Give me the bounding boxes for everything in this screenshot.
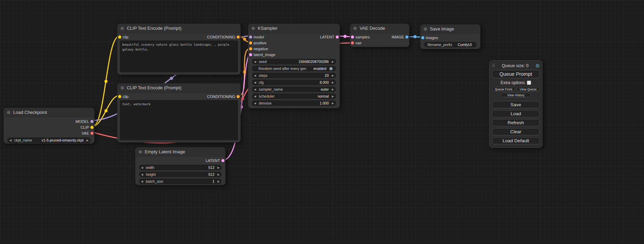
- filename-prefix-widget[interactable]: filename_prefix ComfyUI: [424, 42, 477, 47]
- node-title-bar[interactable]: VAE Decode: [350, 24, 409, 33]
- collapse-dot[interactable]: [7, 111, 10, 114]
- clip-input-port[interactable]: [118, 35, 121, 38]
- node-load-checkpoint[interactable]: Load Checkpoint MODEL CLIP VAE ◀ ckpt_na…: [3, 108, 95, 144]
- node-title-bar[interactable]: CLIP Text Encode (Prompt): [117, 24, 240, 33]
- refresh-button[interactable]: Refresh: [492, 119, 540, 126]
- widget-label: sampler_name: [259, 87, 283, 91]
- clip-output-port[interactable]: [90, 126, 94, 129]
- collapse-dot[interactable]: [139, 150, 142, 154]
- widget-increment-icon[interactable]: ▶: [216, 166, 220, 169]
- widget-decrement-icon[interactable]: ◀: [254, 88, 258, 91]
- vae-input-port[interactable]: [351, 41, 354, 44]
- latent-image-input-port[interactable]: [249, 53, 252, 56]
- images-input-port[interactable]: [421, 36, 424, 39]
- node-ksampler[interactable]: KSampler model LATENT positive negative …: [248, 24, 340, 108]
- widget-decrement-icon[interactable]: ◀: [254, 95, 258, 98]
- conditioning-output-label: CONDITIONING: [207, 35, 235, 39]
- conditioning-output-port[interactable]: [237, 35, 240, 38]
- widget-decrement-icon[interactable]: ◀: [254, 74, 258, 77]
- clip-input-port[interactable]: [118, 95, 121, 98]
- load-default-button[interactable]: Load Default: [492, 137, 540, 144]
- node-title: CLIP Text Encode (Prompt): [127, 26, 182, 31]
- collapse-dot[interactable]: [353, 27, 357, 30]
- vae-output-port[interactable]: [90, 132, 94, 135]
- toggle-indicator[interactable]: [329, 67, 333, 70]
- node-clip-text-encode-positive[interactable]: CLIP Text Encode (Prompt) clip CONDITION…: [117, 24, 241, 75]
- latent-output-label: LATENT: [206, 159, 220, 163]
- scheduler-widget[interactable]: ◀ scheduler normal ▶: [252, 93, 336, 99]
- extra-options-checkbox[interactable]: [527, 81, 531, 85]
- collapse-dot[interactable]: [424, 27, 427, 31]
- positive-input-port[interactable]: [249, 41, 252, 44]
- view-history-button[interactable]: View History: [501, 93, 531, 97]
- widget-decrement-icon[interactable]: ◀: [141, 180, 145, 183]
- width-widget[interactable]: ◀ width 512 ▶: [139, 165, 222, 170]
- negative-prompt-textarea[interactable]: text, watermark: [120, 100, 238, 140]
- widget-increment-icon[interactable]: ▶: [330, 74, 334, 77]
- link-dot: [414, 35, 417, 38]
- widget-increment-icon[interactable]: ▶: [216, 180, 220, 183]
- widget-increment-icon[interactable]: ▶: [330, 102, 334, 105]
- node-title-bar[interactable]: Empty Latent Image: [135, 147, 225, 157]
- queue-prompt-button[interactable]: Queue Prompt: [492, 70, 540, 78]
- node-title-bar[interactable]: KSampler: [248, 24, 339, 33]
- node-save-image[interactable]: Save Image images filename_prefix ComfyU…: [420, 24, 480, 49]
- model-output-port[interactable]: [90, 120, 94, 123]
- save-button[interactable]: Save: [492, 101, 540, 108]
- widget-decrement-icon[interactable]: ◀: [254, 102, 258, 105]
- conditioning-output-label: CONDITIONING: [207, 94, 235, 99]
- denoise-widget[interactable]: ◀ denoise 1.000 ▶: [252, 100, 336, 106]
- link-dot: [243, 38, 246, 41]
- widget-increment-icon[interactable]: ▶: [216, 173, 220, 176]
- node-graph-canvas[interactable]: Load Checkpoint MODEL CLIP VAE ◀ ckpt_na…: [0, 0, 644, 244]
- widget-increment-icon[interactable]: ▶: [330, 81, 334, 84]
- widget-decrement-icon[interactable]: ◀: [254, 60, 258, 63]
- latent-output-port[interactable]: [221, 159, 224, 162]
- node-empty-latent-image[interactable]: Empty Latent Image LATENT ◀ width 512 ▶ …: [135, 147, 226, 185]
- cfg-widget[interactable]: ◀ cfg 8.000 ▶: [252, 80, 336, 85]
- positive-prompt-textarea[interactable]: beautiful scenery nature glass bottle la…: [120, 40, 238, 72]
- widget-increment-icon[interactable]: ▶: [330, 60, 334, 63]
- widget-decrement-icon[interactable]: ◀: [9, 139, 13, 142]
- model-input-port[interactable]: [249, 35, 252, 38]
- widget-increment-icon[interactable]: ▶: [85, 139, 89, 142]
- node-title-bar[interactable]: Load Checkpoint: [4, 108, 94, 117]
- widget-value: euler: [283, 87, 329, 91]
- link-dot: [105, 80, 108, 83]
- conditioning-output-port[interactable]: [237, 95, 240, 98]
- clear-button[interactable]: Clear: [492, 128, 540, 135]
- height-widget[interactable]: ◀ height 512 ▶: [139, 172, 222, 177]
- seed-widget[interactable]: ◀ seed 156680208700286 ▶: [252, 59, 336, 64]
- widget-value: 1: [163, 179, 214, 183]
- node-vae-decode[interactable]: VAE Decode samples IMAGE vae: [350, 24, 409, 47]
- widget-increment-icon[interactable]: ▶: [330, 88, 334, 91]
- link-dot: [243, 71, 246, 74]
- node-clip-text-encode-negative[interactable]: CLIP Text Encode (Prompt) clip CONDITION…: [117, 83, 241, 143]
- node-title-bar[interactable]: CLIP Text Encode (Prompt): [117, 83, 240, 93]
- sampler-name-widget[interactable]: ◀ sampler_name euler ▶: [252, 87, 336, 92]
- node-title-bar[interactable]: Save Image: [421, 25, 480, 34]
- widget-increment-icon[interactable]: ▶: [330, 95, 334, 98]
- queue-front-button[interactable]: Queue Front: [492, 87, 515, 91]
- ckpt-name-widget[interactable]: ◀ ckpt_name v1-5-pruned-emaonly.ckpt ▶: [7, 137, 91, 143]
- widget-decrement-icon[interactable]: ◀: [254, 81, 258, 84]
- drag-handle-icon[interactable]: ⠿: [492, 63, 495, 68]
- steps-widget[interactable]: ◀ steps 20 ▶: [252, 73, 336, 78]
- batch-size-widget[interactable]: ◀ batch_size 1 ▶: [139, 179, 222, 184]
- image-output-port[interactable]: [405, 35, 408, 38]
- collapse-dot[interactable]: [252, 27, 255, 30]
- widget-label: scheduler: [259, 94, 275, 98]
- images-input-label: images: [426, 36, 438, 40]
- random-seed-toggle-widget[interactable]: Random seed after every gen enabled: [252, 66, 336, 71]
- collapse-dot[interactable]: [121, 86, 124, 90]
- widget-decrement-icon[interactable]: ◀: [141, 166, 145, 169]
- widget-decrement-icon[interactable]: ◀: [141, 173, 145, 176]
- latent-output-port[interactable]: [336, 35, 339, 38]
- samples-input-port[interactable]: [351, 35, 354, 38]
- settings-gear-icon[interactable]: ⚙: [535, 63, 540, 69]
- collapse-dot[interactable]: [121, 27, 124, 30]
- view-queue-button[interactable]: View Queue: [517, 87, 540, 91]
- menu-panel: ⠿ Queue size: 0 ⚙ Queue Prompt Extra opt…: [489, 60, 542, 148]
- load-button[interactable]: Load: [492, 110, 540, 117]
- negative-input-port[interactable]: [249, 47, 252, 50]
